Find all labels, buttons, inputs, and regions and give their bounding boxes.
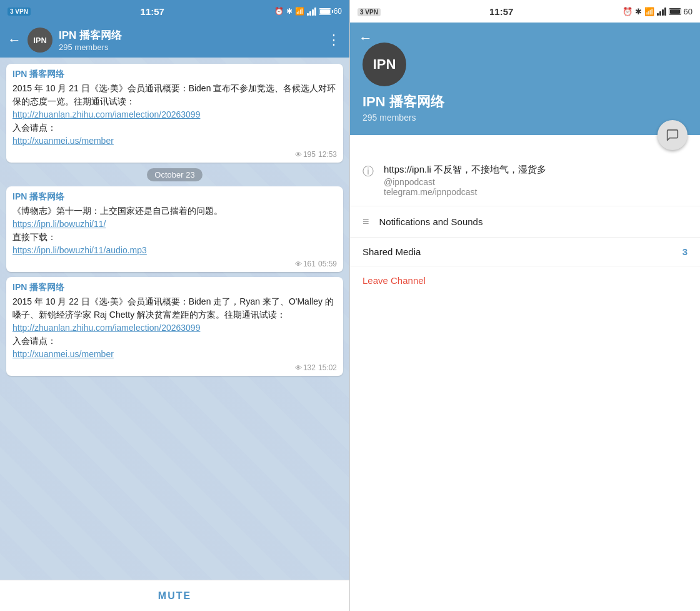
alarm-icon: ⏰ — [274, 7, 284, 16]
eye-icon: 👁 — [295, 260, 302, 268]
profile-name: IPN 播客网络 — [362, 93, 688, 111]
message-sender: IPN 播客网络 — [12, 191, 337, 203]
battery-fill-right — [670, 9, 680, 14]
message-link-1[interactable]: https://ipn.li/bowuzhi/11/ — [12, 218, 337, 231]
shared-media-label: Shared Media — [362, 246, 682, 257]
message-link-1[interactable]: http://zhuanlan.zhihu.com/iamelection/20… — [12, 321, 337, 335]
message-link-2[interactable]: https://ipn.li/bowuzhi/11/audio.mp3 — [12, 244, 337, 257]
shared-media-row[interactable]: Shared Media 3 — [350, 238, 700, 266]
chat-header: ← IPN IPN 播客网络 295 members ⋮ — [0, 23, 349, 58]
message-text: 《博物志》第十一期：上交国家还是自己揣着的问题。 https://ipn.li/… — [12, 205, 337, 257]
profile-members: 295 members — [362, 113, 688, 123]
message-link-1[interactable]: http://zhuanlan.zhihu.com/iamelection/20… — [12, 108, 337, 121]
message-text: 2015 年 10 月 22 日《选·美》会员通讯概要：Biden 走了，Rya… — [12, 295, 337, 361]
shared-media-count: 3 — [682, 246, 688, 257]
message-views: 👁 132 — [295, 363, 316, 372]
profile-header: ← IPN IPN 播客网络 295 members — [350, 23, 700, 135]
channel-username: @ipnpodcast — [384, 177, 688, 187]
message-meta: 👁 161 05:59 — [12, 260, 337, 268]
member-count: 295 members — [59, 43, 321, 52]
channel-link[interactable]: telegram.me/ipnpodcast — [384, 187, 688, 197]
signal-icon — [307, 8, 316, 16]
info-icon: ⓘ — [362, 164, 374, 179]
chat-panel: 3 VPN 11:57 ⏰ ✱ 📶 60 ← — [0, 0, 350, 611]
leave-channel-label[interactable]: Leave Channel — [362, 275, 688, 286]
message-views: 👁 195 — [295, 150, 316, 159]
info-row-description: ⓘ https://ipn.li 不反智，不接地气，湿货多 @ipnpodcas… — [350, 154, 700, 206]
status-bar-left-group: 3 VPN — [8, 8, 31, 16]
message-meta: 👁 195 12:53 — [12, 150, 337, 159]
mute-bar: MUTE — [0, 580, 349, 611]
channel-description: https://ipn.li 不反智，不接地气，湿货多 — [384, 163, 688, 176]
date-divider: October 23 — [6, 169, 343, 180]
profile-back-button[interactable]: ← — [359, 30, 372, 46]
status-bar-right-group: ⏰ ✱ 📶 60 — [274, 7, 342, 16]
info-text: https://ipn.li 不反智，不接地气，湿货多 @ipnpodcast … — [384, 163, 688, 197]
message-meta: 👁 132 15:02 — [12, 363, 337, 372]
battery-fill — [320, 9, 330, 14]
profile-content: ⓘ https://ipn.li 不反智，不接地气，湿货多 @ipnpodcas… — [350, 154, 700, 611]
wifi-icon-right: 📶 — [644, 7, 654, 16]
status-time: 11:57 — [141, 6, 164, 17]
bluetooth-icon: ✱ — [286, 7, 292, 16]
message-bubble: IPN 播客网络 《博物志》第十一期：上交国家还是自己揣着的问题。 https:… — [6, 186, 343, 272]
status-bar-right-left-group: 3 VPN — [358, 7, 381, 16]
battery-icon-right — [669, 8, 681, 15]
status-bar-right: 3 VPN 11:57 ⏰ ✱ 📶 60 — [350, 0, 700, 23]
profile-avatar: IPN — [362, 43, 406, 86]
chat-body[interactable]: IPN 播客网络 2015 年 10 月 21 日《选·美》会员通讯概要：Bid… — [0, 58, 349, 580]
bluetooth-icon-right: ✱ — [635, 7, 642, 16]
message-text: 2015 年 10 月 21 日《选·美》会员通讯概要：Biden 宣布不参加竞… — [12, 82, 337, 148]
battery-level-right: 60 — [684, 7, 692, 16]
leave-channel-row[interactable]: Leave Channel — [350, 266, 700, 295]
battery-level: 60 — [334, 7, 342, 16]
notifications-label: Notifications and Sounds — [379, 216, 688, 227]
back-button[interactable]: ← — [8, 32, 21, 48]
message-bubble: IPN 播客网络 2015 年 10 月 22 日《选·美》会员通讯概要：Bid… — [6, 277, 343, 376]
header-info: IPN 播客网络 295 members — [59, 28, 321, 52]
channel-avatar: IPN — [28, 28, 52, 53]
message-link-2[interactable]: http://xuanmei.us/member — [12, 134, 337, 148]
notifications-row[interactable]: ≡ Notifications and Sounds — [350, 206, 700, 238]
status-bar-right-group: ⏰ ✱ 📶 60 — [622, 7, 692, 16]
message-views: 👁 161 — [295, 260, 316, 268]
message-bubble: IPN 播客网络 2015 年 10 月 21 日《选·美》会员通讯概要：Bid… — [6, 64, 343, 163]
status-time-right: 11:57 — [489, 6, 513, 17]
message-sender: IPN 播客网络 — [12, 282, 337, 293]
message-float-button[interactable] — [658, 120, 688, 150]
message-time: 15:02 — [318, 363, 337, 372]
mute-button[interactable]: MUTE — [158, 590, 191, 602]
more-button[interactable]: ⋮ — [327, 32, 342, 48]
channel-name: IPN 播客网络 — [59, 28, 321, 43]
vpn-badge-right: 3 VPN — [358, 8, 381, 16]
wifi-icon: 📶 — [295, 7, 304, 16]
vpn-badge: 3 VPN — [8, 8, 31, 16]
message-link-2[interactable]: http://xuanmei.us/member — [12, 348, 337, 361]
alarm-icon-right: ⏰ — [622, 7, 632, 16]
status-bar-left: 3 VPN 11:57 ⏰ ✱ 📶 60 — [0, 0, 349, 23]
signal-icon-right — [657, 8, 666, 16]
message-sender: IPN 播客网络 — [12, 69, 337, 80]
message-time: 05:59 — [318, 260, 337, 268]
eye-icon: 👁 — [295, 364, 302, 371]
profile-panel: 3 VPN 11:57 ⏰ ✱ 📶 60 ← IPN IPN 播客网络 295 … — [350, 0, 700, 611]
message-time: 12:53 — [318, 150, 337, 159]
battery-icon — [319, 8, 331, 15]
notifications-icon: ≡ — [362, 215, 369, 228]
eye-icon: 👁 — [295, 151, 302, 158]
